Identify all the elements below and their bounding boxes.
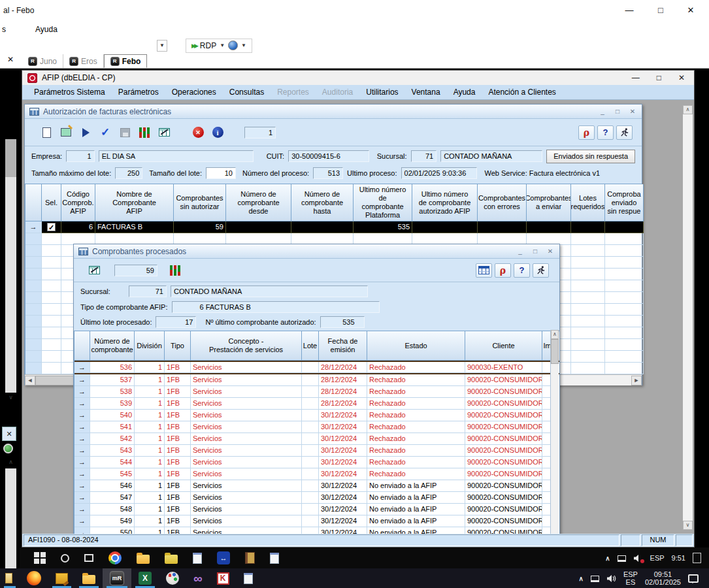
chrome-icon[interactable]: [108, 551, 122, 564]
menu-item[interactable]: Parámetros: [112, 88, 165, 97]
menu-item[interactable]: Ayuda: [447, 88, 482, 97]
network-icon[interactable]: [591, 576, 599, 582]
proc-vscrollbar[interactable]: ∧: [550, 330, 559, 534]
grid-edit-button[interactable]: [84, 261, 104, 280]
enviados-sin-respuesta-button[interactable]: Enviados sin respuesta: [546, 150, 635, 163]
proc-close-button[interactable]: ✕: [546, 248, 555, 255]
host-minimize-button[interactable]: —: [622, 4, 636, 17]
record-counter-field[interactable]: 1: [244, 127, 276, 139]
cuit-field[interactable]: 30-50009415-6: [288, 150, 369, 162]
lots-button[interactable]: [135, 123, 154, 142]
comprobante-row[interactable]: →54111FBServicios30/12/2024Rechazado9000…: [74, 421, 559, 433]
search-icon[interactable]: [61, 554, 69, 563]
task-view-icon[interactable]: [84, 554, 93, 562]
shared-folder-icon[interactable]: [165, 555, 178, 564]
menu-item[interactable]: Consultas: [223, 88, 271, 97]
scroll-up-icon[interactable]: ∧: [551, 330, 559, 339]
save-button[interactable]: [115, 123, 135, 142]
host-close-button[interactable]: ✕: [684, 4, 698, 17]
proc-sucursal-num-field[interactable]: 71: [129, 286, 167, 297]
comprobante-row[interactable]: →53611FBServicios28/12/2024Rechazado9000…: [74, 361, 559, 374]
auth-minimize-button[interactable]: _: [598, 108, 607, 115]
ultimo-lote-field[interactable]: 17: [156, 316, 196, 328]
tam-input[interactable]: 10: [206, 167, 236, 179]
network-icon[interactable]: [618, 555, 626, 562]
cancel-button[interactable]: ✕: [188, 123, 208, 142]
comprobante-row[interactable]: →53711FBServicios28/12/2024Rechazado9000…: [74, 374, 559, 386]
grid-edit-button[interactable]: [154, 123, 174, 142]
afip-maximize-button[interactable]: □: [657, 73, 661, 82]
dock-scrollbar-track[interactable]: [5, 177, 16, 393]
notepad-icon2[interactable]: [270, 553, 279, 564]
host-menu-ayuda[interactable]: Ayuda: [35, 25, 58, 34]
ultimo-autorizado-field[interactable]: 535: [320, 316, 365, 328]
menu-item[interactable]: Atención a Clientes: [482, 88, 562, 97]
speaker-icon[interactable]: [606, 574, 616, 583]
taskbar-item-admin-tool[interactable]: [48, 568, 75, 588]
start-button[interactable]: [34, 552, 46, 564]
help-button[interactable]: ?: [597, 125, 614, 140]
speaker-muted-icon[interactable]: [633, 554, 643, 563]
scroll-right-icon[interactable]: ►: [631, 376, 642, 385]
taskbar-item-mail[interactable]: [0, 568, 20, 588]
proceso-field[interactable]: 513: [313, 167, 343, 179]
print-button[interactable]: ρ: [495, 263, 511, 278]
comprobante-row[interactable]: →54611FBServicios30/12/2024No enviado a …: [74, 480, 559, 492]
chevron-up-icon[interactable]: ∧: [6, 459, 16, 465]
globe-dropdown-arrow[interactable]: ▼: [241, 42, 246, 48]
comprobante-row[interactable]: →54911FBServicios30/12/2024No enviado a …: [74, 515, 559, 527]
connection-combo-arrow[interactable]: ▼: [157, 40, 167, 52]
show-desktop-button[interactable]: [693, 553, 701, 563]
comprobante-row[interactable]: →54411FBServicios30/12/2024Rechazado9000…: [74, 457, 559, 468]
grid-view-button[interactable]: [476, 263, 492, 278]
mdi-vscrollbar[interactable]: ∧ ∨: [683, 105, 693, 530]
comprobante-row[interactable]: →53911FBServicios28/12/2024Rechazado9000…: [74, 398, 559, 410]
taskbar-item-visual-studio[interactable]: ∞: [186, 568, 210, 588]
auth-close-button[interactable]: ✕: [628, 108, 637, 115]
menu-item[interactable]: Utilitarios: [359, 88, 404, 97]
rdp-dropdown-arrow[interactable]: ▼: [220, 42, 225, 48]
tam-max-field[interactable]: 250: [115, 167, 142, 179]
tipo-comprobante-field[interactable]: 6 FACTURAS B: [172, 301, 380, 313]
proc-sucursal-name-field[interactable]: CONTADO MAÑANA: [171, 286, 368, 297]
scroll-down-icon[interactable]: ∨: [683, 521, 693, 530]
print-button[interactable]: ρ: [578, 125, 595, 140]
tab-eros[interactable]: REros: [63, 54, 104, 68]
taskbar-item-excel[interactable]: X: [131, 568, 159, 588]
tab-juno[interactable]: RJuno: [22, 54, 63, 68]
exit-button[interactable]: [616, 125, 633, 140]
tab-febo[interactable]: RFebo: [104, 54, 148, 68]
host-language-indicator[interactable]: ESP ES: [623, 570, 638, 586]
dock-scrollbar-track2[interactable]: [5, 468, 16, 581]
confirm-button[interactable]: ✓: [95, 123, 115, 142]
empresa-num-field[interactable]: 1: [66, 150, 95, 162]
proc-maximize-button[interactable]: □: [531, 248, 540, 255]
auth-maximize-button[interactable]: □: [613, 108, 622, 115]
host-maximize-button[interactable]: □: [653, 4, 668, 17]
lots-button[interactable]: [165, 261, 185, 280]
afip-close-button[interactable]: ✕: [678, 73, 685, 82]
row-checkbox[interactable]: ✓: [47, 223, 56, 231]
taskbar-item-mremoteng[interactable]: mR: [103, 568, 131, 588]
taskbar-item-notes[interactable]: [237, 568, 260, 588]
exit-button[interactable]: [533, 263, 549, 278]
remote-clock[interactable]: 9:51: [672, 554, 685, 562]
run-process-button[interactable]: [76, 123, 95, 142]
tray-expand-icon[interactable]: ∧: [605, 555, 610, 562]
scroll-up-icon[interactable]: ∧: [683, 105, 693, 114]
comprobante-row[interactable]: →55011FBServicios30/12/2024No enviado a …: [74, 527, 559, 534]
afip-minimize-button[interactable]: —: [632, 73, 640, 82]
host-menu-cut[interactable]: s: [2, 25, 6, 34]
table-row-selected[interactable]: →✓6FACTURAS B59535: [25, 221, 642, 233]
comprobante-row[interactable]: →54811FBServicios30/12/2024No enviado a …: [74, 504, 559, 515]
rdp-connect-group[interactable]: ▶▶ RDP ▼ ▼: [186, 39, 252, 53]
notepad-icon[interactable]: [193, 553, 202, 564]
tray-expand-icon[interactable]: ∧: [579, 575, 584, 582]
taskbar-item-paint[interactable]: [159, 568, 186, 588]
menu-item[interactable]: Operaciones: [165, 88, 223, 97]
sucursal-name-field[interactable]: CONTADO MAÑANA: [440, 150, 542, 162]
chevron-down-icon[interactable]: ∨: [6, 394, 16, 400]
action-center-icon[interactable]: [688, 574, 699, 583]
comprobante-row[interactable]: →54511FBServicios30/12/2024Rechazado9000…: [74, 468, 559, 480]
ultimo-proceso-field[interactable]: 02/01/2025 9:03:36: [401, 167, 477, 179]
